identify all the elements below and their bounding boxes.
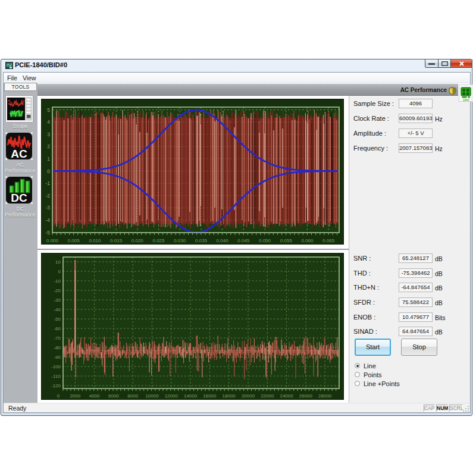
svg-text:-60: -60 — [54, 326, 61, 331]
svg-text:0: 0 — [47, 168, 50, 174]
svg-text:-50: -50 — [54, 317, 61, 322]
svg-text:0.060: 0.060 — [301, 238, 314, 243]
svg-text:18000: 18000 — [223, 393, 236, 399]
svg-text:4000: 4000 — [89, 393, 100, 399]
svg-text:-70: -70 — [54, 336, 61, 341]
svg-text:0.020: 0.020 — [131, 238, 144, 243]
svg-text:0.025: 0.025 — [152, 238, 165, 243]
svg-text:-80: -80 — [54, 345, 61, 350]
svg-text:-3: -3 — [45, 205, 50, 211]
svg-text:8000: 8000 — [127, 393, 138, 399]
svg-text:-2: -2 — [45, 193, 50, 199]
svg-text:10: 10 — [55, 259, 61, 265]
svg-text:1840: 1840 — [462, 98, 469, 102]
svg-text:0.010: 0.010 — [89, 238, 101, 243]
svg-text:-120: -120 — [51, 383, 61, 389]
svg-text:-90: -90 — [54, 355, 61, 360]
svg-text:12000: 12000 — [165, 393, 178, 399]
svg-text:2: 2 — [47, 143, 50, 149]
svg-text:1: 1 — [47, 156, 50, 162]
svg-text:-10: -10 — [54, 278, 61, 284]
svg-text:0.055: 0.055 — [280, 238, 293, 243]
svg-text:0.040: 0.040 — [217, 238, 229, 243]
svg-text:10000: 10000 — [145, 393, 159, 399]
svg-text:24000: 24000 — [280, 393, 293, 399]
svg-text:14000: 14000 — [184, 393, 198, 399]
svg-text:0.005: 0.005 — [68, 238, 80, 243]
svg-text:20000: 20000 — [242, 393, 255, 399]
svg-text:AC: AC — [11, 148, 27, 160]
svg-text:-1: -1 — [45, 180, 50, 186]
svg-text:0.045: 0.045 — [237, 238, 250, 243]
svg-text:DC: DC — [11, 192, 27, 204]
svg-text:0.015: 0.015 — [110, 238, 123, 243]
svg-text:0.065: 0.065 — [322, 238, 335, 243]
svg-text:26000: 26000 — [299, 393, 313, 399]
svg-text:0: 0 — [58, 269, 61, 274]
svg-text:5: 5 — [47, 107, 50, 113]
svg-text:-4: -4 — [45, 217, 50, 223]
svg-text:0.050: 0.050 — [259, 238, 271, 243]
svg-text:-100: -100 — [51, 364, 61, 369]
svg-text:4: 4 — [47, 119, 50, 125]
svg-text:28000: 28000 — [318, 393, 332, 399]
svg-text:-30: -30 — [54, 298, 61, 303]
svg-text:-20: -20 — [54, 288, 61, 293]
svg-text:0.000: 0.000 — [46, 238, 59, 243]
svg-text:0: 0 — [57, 393, 60, 399]
svg-text:2000: 2000 — [70, 393, 80, 399]
svg-text:0.035: 0.035 — [195, 238, 208, 243]
svg-text:0.030: 0.030 — [174, 238, 186, 243]
svg-text:6000: 6000 — [108, 393, 119, 399]
svg-text:3: 3 — [47, 131, 50, 137]
svg-text:-110: -110 — [52, 374, 61, 379]
svg-text:-5: -5 — [45, 230, 50, 236]
svg-text:16000: 16000 — [203, 393, 217, 399]
svg-text:-40: -40 — [54, 307, 61, 312]
svg-text:22000: 22000 — [261, 393, 274, 399]
